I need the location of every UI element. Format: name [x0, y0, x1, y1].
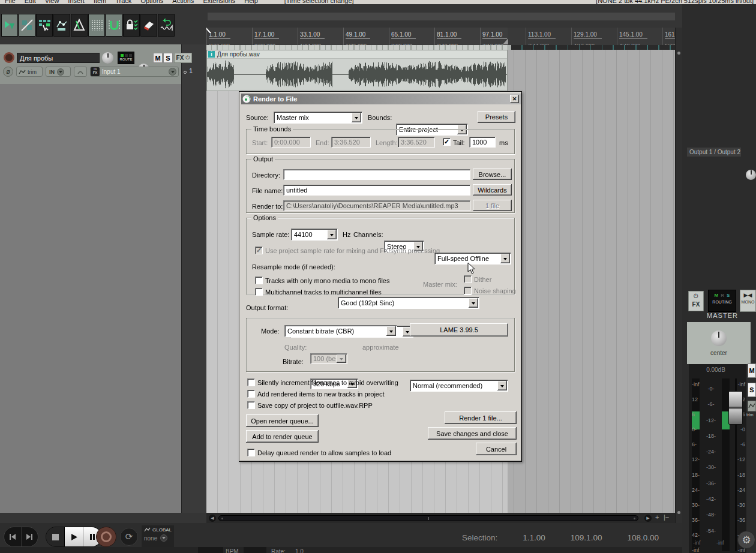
master-mono-button[interactable]: ▶◀ MONO	[740, 290, 756, 312]
hscroll-left-arrow[interactable]: ◀	[209, 515, 216, 522]
menu-item[interactable]: File	[5, 0, 16, 4]
sample-rate-select[interactable]: 44100	[291, 229, 338, 241]
encoding-quality-select[interactable]: Normal (recommended)	[410, 380, 508, 392]
menu-item[interactable]: Extensions	[203, 0, 235, 4]
chevron-down-icon[interactable]	[169, 68, 176, 76]
wildcards-button[interactable]: Wildcards	[473, 184, 512, 196]
master-fader-handle[interactable]	[728, 391, 743, 425]
global-automation-box[interactable]: GLOBAL none	[142, 525, 174, 548]
menu-item[interactable]: Help	[244, 0, 258, 4]
fx-power-icon[interactable]: ⏻	[185, 55, 190, 61]
master-fx-button[interactable]: ⏻ FX	[688, 291, 704, 311]
master-settings-gear[interactable]: ⚙	[737, 531, 755, 549]
resample-select[interactable]: Good (192pt Sinc)	[338, 297, 479, 309]
track-volume-knob[interactable]	[102, 52, 113, 64]
ruler-cell[interactable]: 17.1.00 0:32.000	[252, 28, 298, 45]
undo-history-icon[interactable]	[158, 14, 175, 37]
add-rendered-checkbox[interactable]	[247, 390, 255, 398]
ripple-edit-icon[interactable]	[36, 14, 53, 37]
ruler-cell[interactable]: 33.1.00 1:04.000	[298, 28, 343, 45]
master-peak-db[interactable]: 0.00dB	[689, 366, 743, 373]
track-solo-button[interactable]: S	[163, 53, 173, 63]
master-mute-button[interactable]: M	[748, 363, 756, 378]
ruler-tick-strip[interactable]	[206, 45, 511, 50]
chevron-down-icon[interactable]	[57, 68, 64, 76]
lock-settings-icon[interactable]	[123, 14, 140, 37]
filename-field[interactable]: untitled	[283, 185, 470, 196]
mode-select[interactable]: Constant bitrate (CBR)	[284, 325, 397, 337]
snap-magnet-icon[interactable]	[106, 14, 122, 37]
dialog-titlebar[interactable]: Render to File ✕	[241, 94, 521, 104]
record-button[interactable]	[96, 527, 116, 547]
input-selector[interactable]: IN FX Input 1	[90, 67, 179, 77]
track-mute-button[interactable]: M	[153, 53, 163, 63]
browse-button[interactable]: Browse...	[473, 169, 512, 180]
track-name-field[interactable]: Для пробы	[17, 53, 100, 63]
metronome-icon[interactable]	[71, 14, 88, 37]
save-changes-close-button[interactable]: Save changes and close	[428, 427, 517, 440]
render-button[interactable]: Render 1 file...	[445, 411, 517, 424]
arrange-mode-icon[interactable]	[1, 14, 18, 37]
ruler-cell[interactable]: 49.1.00 1:36.000	[343, 28, 389, 45]
zoom-out-icon[interactable]: |−	[664, 513, 669, 521]
record-input-mode[interactable]: IN	[46, 67, 71, 77]
waveform[interactable]	[207, 59, 507, 91]
go-to-end-button[interactable]	[22, 527, 38, 546]
stop-button[interactable]	[46, 527, 65, 546]
item-info-icon[interactable]: i	[208, 51, 215, 58]
play-button[interactable]	[65, 527, 83, 546]
route-button[interactable]: ROUTE	[118, 52, 134, 64]
power-icon[interactable]: ⏻	[689, 291, 703, 300]
eraser-icon[interactable]	[140, 14, 157, 37]
source-select[interactable]: Master mix	[274, 112, 362, 124]
menu-item[interactable]: Track	[115, 0, 131, 4]
record-arm-button[interactable]	[4, 52, 14, 63]
media-item[interactable]: i Для пробы.wav	[206, 50, 508, 91]
presets-button[interactable]: Presets	[478, 111, 515, 123]
chevron-down-icon[interactable]	[160, 534, 167, 542]
multichannel-checkbox[interactable]	[255, 288, 263, 296]
vscroll[interactable]	[675, 28, 682, 523]
tail-checkbox[interactable]: ✓	[443, 138, 451, 146]
hscroll-track[interactable]	[218, 515, 638, 521]
lame-version-button[interactable]: LAME 3.99.5	[410, 323, 508, 336]
menu-item[interactable]: Item	[94, 0, 106, 4]
menu-item[interactable]: Edit	[25, 0, 36, 4]
master-routing-button[interactable]: M R S ROUTING	[708, 290, 736, 312]
close-icon[interactable]: ✕	[510, 95, 519, 103]
master-solo-button[interactable]: S	[748, 383, 756, 397]
envelope-points-icon[interactable]	[53, 14, 70, 37]
menu-item[interactable]: Insert	[68, 0, 85, 4]
mono-tracks-checkbox[interactable]	[255, 276, 263, 284]
save-copy-checkbox[interactable]	[247, 401, 255, 409]
ruler-cell[interactable]: 81.1.00 2:40.000	[434, 28, 480, 45]
menu-item[interactable]: Actions	[172, 0, 194, 4]
monitor-button[interactable]	[74, 67, 87, 77]
track-fx-button[interactable]: FX ⏻	[174, 53, 192, 63]
item-grouping-icon[interactable]	[19, 14, 35, 37]
ruler-cell[interactable]: 65.1.00 2:08.000	[389, 28, 434, 45]
delay-queued-checkbox[interactable]	[247, 449, 255, 456]
cancel-button[interactable]: Cancel	[476, 443, 517, 455]
repeat-button[interactable]: ⟳	[120, 528, 138, 546]
menu-item[interactable]: View	[45, 0, 59, 4]
add-to-render-queue-button[interactable]: Add to render queue	[246, 430, 319, 443]
media-item-header[interactable]: i Для пробы.wav	[207, 50, 507, 59]
trim-envelope-button[interactable]: trim	[16, 67, 43, 77]
silently-increment-checkbox[interactable]	[247, 378, 255, 386]
selection-readout[interactable]: Selection: 1.1.00 109.1.00 108.0.00	[462, 533, 659, 542]
menu-item[interactable]: Options	[140, 0, 163, 4]
output-knob[interactable]	[746, 170, 756, 180]
master-pan-knob[interactable]	[711, 330, 727, 346]
ruler-cell[interactable]: 1.1.00 0:00.000	[206, 28, 252, 45]
phase-button[interactable]: ø	[3, 67, 13, 77]
hscroll-right-arrow[interactable]: ▶	[644, 515, 652, 522]
master-trim-button[interactable]	[748, 401, 756, 411]
go-to-start-button[interactable]	[4, 527, 22, 546]
rate-value[interactable]: 1.0	[295, 548, 304, 553]
directory-field[interactable]	[283, 169, 470, 180]
tail-field[interactable]: 1000	[469, 137, 496, 148]
grid-icon[interactable]	[88, 14, 105, 37]
open-render-queue-button[interactable]: Open render queue...	[246, 414, 319, 427]
output-channel-label[interactable]: Output 1 / Output 2	[687, 148, 741, 157]
